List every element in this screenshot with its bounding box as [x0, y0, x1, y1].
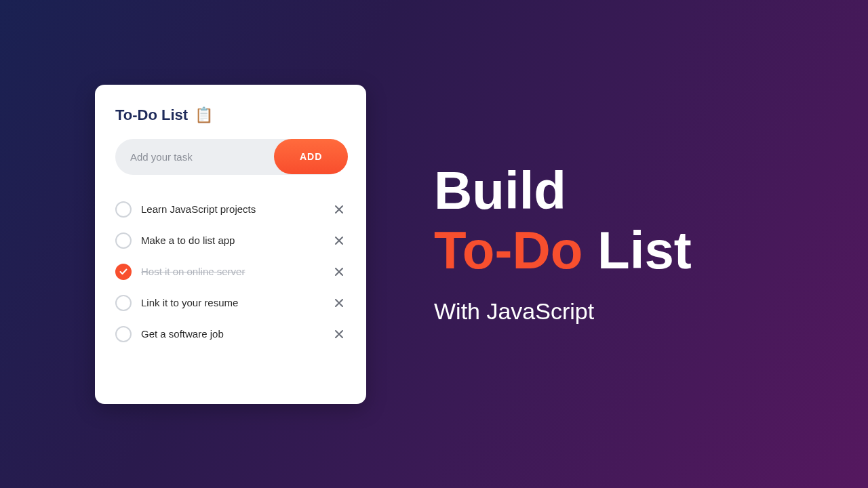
- card-header: To-Do List 📋: [115, 106, 346, 124]
- task-input[interactable]: [115, 139, 274, 175]
- todo-text: Link it to your resume: [141, 297, 323, 308]
- hero-accent: To-Do: [434, 220, 583, 280]
- hero-rest: List: [583, 220, 691, 280]
- todo-text: Make a to do list app: [141, 235, 323, 246]
- delete-icon[interactable]: [332, 296, 346, 310]
- delete-icon[interactable]: [332, 265, 346, 279]
- checkbox-unchecked-icon[interactable]: [115, 295, 132, 311]
- todo-text: Get a software job: [141, 328, 323, 340]
- hero-line1: Build: [434, 163, 692, 219]
- delete-icon[interactable]: [332, 327, 346, 341]
- todo-item: Host it on online server: [115, 256, 346, 287]
- todo-text: Learn JavaScript projects: [141, 203, 323, 215]
- notepad-icon: 📋: [195, 106, 213, 124]
- checkbox-unchecked-icon[interactable]: [115, 232, 132, 249]
- add-button[interactable]: ADD: [274, 139, 348, 174]
- delete-icon[interactable]: [332, 234, 346, 247]
- todo-text: Host it on online server: [141, 266, 323, 277]
- hero-text: Build To-Do List With JavaScript: [434, 163, 692, 325]
- todo-card: To-Do List 📋 ADD Learn JavaScript projec…: [95, 85, 366, 404]
- hero-line2: To-Do List: [434, 223, 692, 279]
- todo-list: Learn JavaScript projectsMake a to do li…: [115, 194, 346, 350]
- delete-icon[interactable]: [332, 203, 346, 216]
- todo-item: Learn JavaScript projects: [115, 194, 346, 225]
- input-row: ADD: [115, 139, 346, 175]
- todo-item: Get a software job: [115, 319, 346, 350]
- checkbox-checked-icon[interactable]: [115, 264, 132, 280]
- todo-item: Make a to do list app: [115, 225, 346, 256]
- card-title: To-Do List: [115, 106, 188, 124]
- todo-item: Link it to your resume: [115, 287, 346, 319]
- checkbox-unchecked-icon[interactable]: [115, 201, 132, 218]
- checkbox-unchecked-icon[interactable]: [115, 326, 132, 342]
- hero-subtitle: With JavaScript: [434, 298, 692, 325]
